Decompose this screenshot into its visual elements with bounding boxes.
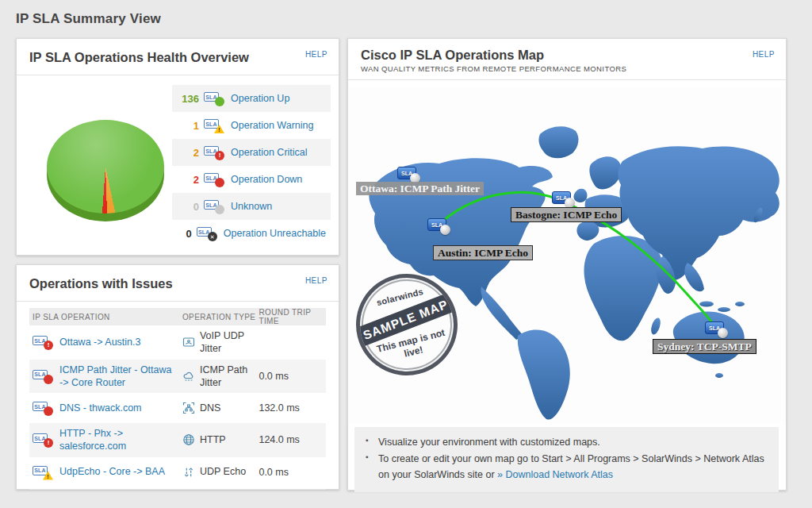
sla-warning-icon: SLA	[33, 464, 54, 480]
health-overview-panel: IP SLA Operations Health Overview HELP 1…	[16, 38, 339, 256]
operation-link[interactable]: Ottawa -> Austin.3	[59, 336, 140, 348]
health-panel-title: IP SLA Operations Health Overview	[29, 50, 326, 65]
round-trip-value: 124.0 ms	[259, 434, 326, 445]
http-globe-icon	[182, 433, 195, 446]
page-title: IP SLA Summary View	[16, 11, 161, 27]
sla-up-icon: SLA	[204, 90, 225, 106]
map-panel-title: Cisco IP SLA Operations Map	[361, 48, 773, 63]
note-item: To create or edit your own map go to Sta…	[366, 451, 768, 483]
sla-unreachable-icon: SLA	[197, 225, 218, 241]
sla-unknown-icon: SLA	[204, 198, 225, 214]
issues-table: IP SLA OPERATION OPERATION TYPE ROUND TR…	[29, 308, 326, 490]
issues-help-link[interactable]: HELP	[305, 276, 327, 285]
sla-down-icon: SLA	[33, 400, 54, 416]
legend-row-operation-critical: 2 SLA Operation Critical	[172, 139, 331, 166]
map-node-sydney[interactable]: SLA	[705, 321, 724, 334]
sla-critical-icon: SLA	[33, 432, 54, 448]
udp-echo-icon	[182, 466, 195, 479]
sla-down-icon: SLA	[33, 368, 54, 384]
map-label-bastogne[interactable]: Bastogne: ICMP Echo	[511, 207, 622, 222]
icmp-path-jitter-icon	[182, 370, 195, 383]
note-item: Visualize your environment with customiz…	[366, 434, 768, 451]
count-up: 136	[177, 93, 199, 105]
map-node-bastogne[interactable]: SLA	[552, 191, 571, 204]
table-row: SLA DNS - thwack.com DNS 132.0 ms	[29, 393, 326, 423]
issues-panel-title: Operations with Issues	[29, 276, 326, 291]
ip-sla-operations-map-panel: Cisco IP SLA Operations Map WAN QUALITY …	[347, 38, 787, 491]
map-label-ottawa[interactable]: Ottawa: ICMP Path Jitter	[356, 182, 484, 195]
count-unknown: 0	[177, 201, 199, 213]
table-row: SLA ICMP Path Jitter - Ottawa -> Core Ro…	[29, 360, 326, 394]
count-unreachable: 0	[177, 228, 192, 240]
dns-icon	[182, 402, 195, 414]
legend-link-operation-warning[interactable]: Operation Warning	[231, 120, 313, 131]
map-notes-box: Visualize your environment with customiz…	[354, 427, 779, 492]
map-label-austin[interactable]: Austin: ICMP Echo	[433, 245, 533, 260]
map-panel-subtitle: WAN QUALITY METRICS FROM REMOTE PERFORMA…	[361, 64, 773, 73]
count-down: 2	[177, 174, 199, 186]
operation-link[interactable]: DNS - thwack.com	[59, 402, 142, 414]
sla-critical-icon: SLA	[204, 144, 225, 160]
operation-link[interactable]: UdpEcho - Core -> BAA	[59, 465, 165, 478]
health-legend: 136 SLA Operation Up 1 SLA Operation War…	[172, 85, 331, 247]
table-row: SLA Ottawa -> Austin.3 VoIP UDP Jitter	[29, 325, 326, 360]
legend-row-operation-warning: 1 SLA Operation Warning	[172, 112, 331, 139]
operation-type-label: DNS	[200, 402, 220, 414]
col-round-trip-time: ROUND TRIP TIME	[259, 308, 326, 325]
map-node-ottawa[interactable]: SLA	[397, 167, 416, 179]
legend-row-operation-down: 2 SLA Operation Down	[172, 166, 331, 193]
health-pie-chart	[47, 120, 164, 225]
download-network-atlas-link[interactable]: » Download Network Atlas	[497, 469, 613, 480]
health-panel-body: 136 SLA Operation Up 1 SLA Operation War…	[17, 75, 339, 250]
operation-link[interactable]: ICMP Path Jitter - Ottawa -> Core Router	[59, 364, 174, 390]
legend-link-operation-critical[interactable]: Operation Critical	[231, 147, 308, 158]
table-row: SLA UdpEcho - Core -> BAA UDP Echo 0.0 m…	[29, 457, 326, 487]
col-operation-type: OPERATION TYPE	[182, 313, 259, 321]
round-trip-value: 132.0 ms	[259, 402, 326, 414]
legend-link-operation-down[interactable]: Operation Down	[231, 174, 302, 185]
ip-sla-summary-view: IP SLA Summary View IP SLA Operations He…	[0, 0, 812, 508]
map-panel-header: Cisco IP SLA Operations Map WAN QUALITY …	[348, 39, 786, 80]
operation-type-label: ICMP Path Jitter	[200, 364, 254, 390]
operation-type-label: UDP Echo	[200, 465, 246, 478]
legend-row-unknown: 0 SLA Unknown	[172, 193, 331, 220]
count-critical: 2	[177, 147, 199, 159]
col-ip-sla-operation: IP SLA OPERATION	[33, 313, 182, 321]
count-warning: 1	[177, 120, 199, 132]
operation-type-label: VoIP UDP Jitter	[200, 329, 254, 356]
round-trip-value: 0.0 ms	[259, 371, 326, 382]
pie-chart-slices	[47, 120, 164, 214]
table-bottom-divider	[29, 489, 326, 490]
issues-table-header: IP SLA OPERATION OPERATION TYPE ROUND TR…	[29, 308, 326, 325]
legend-link-operation-unreachable[interactable]: Operation Unreachable	[224, 228, 326, 239]
map-label-sydney[interactable]: Sydney: TCP-SMTP	[653, 339, 756, 354]
legend-link-operation-up[interactable]: Operation Up	[231, 93, 289, 104]
map-node-austin[interactable]: SLA	[427, 218, 446, 231]
legend-row-operation-unreachable: 0 SLA Operation Unreachable	[172, 220, 331, 247]
round-trip-value: 0.0 ms	[259, 467, 326, 478]
operation-link[interactable]: HTTP - Phx -> salesforce.com	[59, 427, 174, 453]
map-help-link[interactable]: HELP	[753, 50, 775, 59]
legend-link-unknown[interactable]: Unknown	[231, 201, 272, 212]
health-panel-header: IP SLA Operations Health Overview HELP	[17, 39, 339, 75]
sla-down-icon: SLA	[204, 171, 225, 187]
sla-critical-icon: SLA	[33, 334, 54, 350]
sla-warning-icon: SLA	[204, 117, 225, 133]
table-row: SLA HTTP - Phx -> salesforce.com HTTP 12…	[29, 423, 326, 457]
operation-type-label: HTTP	[200, 433, 226, 446]
world-map: SLA SLA SLA SLA Ottawa: ICMP Path Jitter…	[348, 88, 786, 423]
operations-with-issues-panel: Operations with Issues HELP IP SLA OPERA…	[16, 264, 339, 490]
health-help-link[interactable]: HELP	[305, 50, 327, 59]
legend-row-operation-up: 136 SLA Operation Up	[172, 85, 331, 112]
voip-udp-jitter-icon	[182, 336, 195, 348]
issues-panel-header: Operations with Issues HELP	[17, 265, 339, 302]
